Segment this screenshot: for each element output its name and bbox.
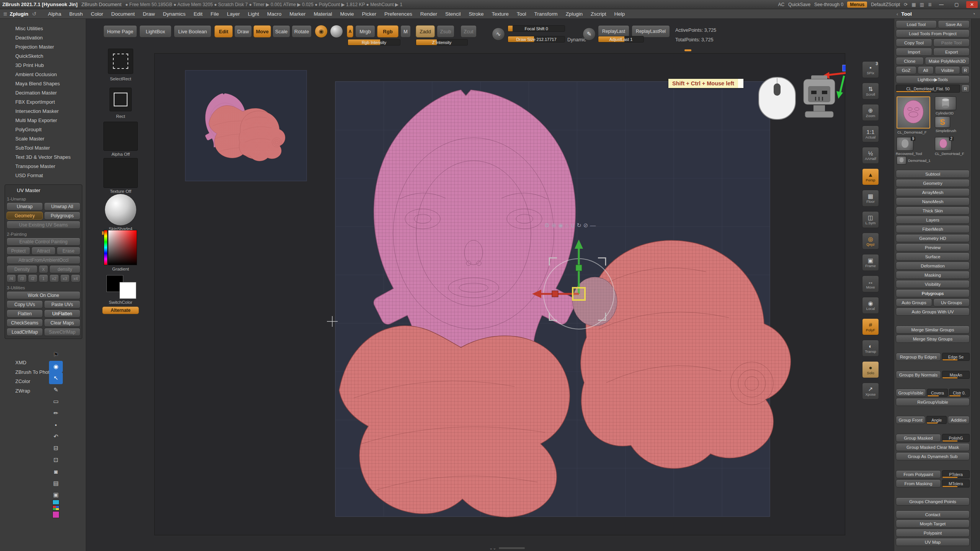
load-tool-button[interactable]: Load Tool bbox=[896, 20, 937, 28]
material-thumbnail[interactable] bbox=[105, 194, 137, 226]
clear-maps-button[interactable]: Clear Maps bbox=[44, 319, 80, 327]
zplugin-menu-item[interactable]: Ambient Occlusion bbox=[0, 70, 86, 79]
view-option-button[interactable]: ↗ Xpose bbox=[862, 383, 879, 399]
view-option-button[interactable]: ● Solo bbox=[862, 361, 879, 378]
collapse-icon[interactable]: ‹ bbox=[897, 11, 898, 17]
gizmo-option-icon[interactable]: ↻ bbox=[577, 222, 581, 229]
from-polypaint-button[interactable]: From Polypaint bbox=[896, 470, 941, 478]
gizmo-option-icon[interactable]: ⌂ bbox=[565, 222, 568, 229]
uv-groups-button[interactable]: Uv Groups bbox=[933, 298, 970, 306]
tool-section-header[interactable]: Preview bbox=[896, 243, 970, 251]
see-through-slider[interactable]: See-through 0 bbox=[814, 2, 843, 7]
menu-item[interactable]: Stroke bbox=[469, 11, 484, 17]
merge-stray-groups-button[interactable]: Merge Stray Groups bbox=[896, 335, 970, 343]
drag-grip-icon[interactable]: ≣ bbox=[3, 11, 7, 17]
protect-button[interactable]: Protect bbox=[7, 247, 30, 255]
max-angle-slider[interactable]: MaxAn bbox=[942, 371, 970, 379]
zplugin-menu-item[interactable]: USD Format bbox=[0, 171, 86, 180]
group-masked-clear-mask-button[interactable]: Group Masked Clear Mask bbox=[896, 443, 970, 451]
menu-item[interactable]: Brush bbox=[69, 11, 83, 17]
view-option-button[interactable]: ⊕ Zoom bbox=[862, 104, 879, 121]
menus-button[interactable]: Menus bbox=[847, 2, 867, 8]
cyan-swatch[interactable] bbox=[52, 500, 59, 505]
z-intensity-slider[interactable]: Z Intensity bbox=[416, 39, 468, 46]
gizmo-option-icon[interactable]: ◉ bbox=[558, 222, 563, 229]
mrgb-button[interactable]: Mrgb bbox=[355, 25, 375, 37]
lightbox-tools-button[interactable]: Lightbox▶Tools bbox=[896, 75, 970, 83]
gizmo-option-icon[interactable]: ∪ bbox=[570, 222, 575, 229]
quick-icon[interactable]: • bbox=[49, 419, 63, 431]
stroke-rect-icon[interactable] bbox=[109, 88, 132, 111]
menu-item[interactable]: Marker bbox=[289, 11, 305, 17]
close-button[interactable]: ✕ bbox=[966, 1, 978, 8]
menu-item[interactable]: Edit bbox=[194, 11, 203, 17]
rgb-intensity-slider[interactable]: Rgb Intensity bbox=[348, 39, 400, 46]
cylinder3d-thumbnail[interactable] bbox=[935, 96, 956, 110]
tool-section-header[interactable]: Contact bbox=[896, 510, 970, 518]
recovered-tool-thumbnail[interactable]: 9 bbox=[897, 137, 913, 151]
unwrap-button[interactable]: Unwrap bbox=[7, 202, 43, 210]
density-mult-button[interactable]: x3 bbox=[60, 274, 70, 282]
scale-button[interactable]: Scale bbox=[273, 25, 290, 37]
view-option-button[interactable]: ◉ Local bbox=[862, 297, 879, 314]
unflatten-button[interactable]: UnFlatten bbox=[44, 310, 80, 318]
tool-section-header[interactable]: ArrayMesh bbox=[896, 188, 970, 196]
goz-all-button[interactable]: All bbox=[918, 66, 934, 74]
quick-icon[interactable]: ↶ bbox=[49, 431, 63, 443]
view-option-button[interactable]: 1:1 Actual bbox=[862, 126, 879, 142]
quick-icon[interactable]: ◉ bbox=[49, 361, 63, 373]
groups-changed-points-button[interactable]: Groups Changed Points bbox=[896, 497, 970, 505]
menu-item[interactable]: Movie bbox=[340, 11, 354, 17]
bottom-scrollbar[interactable]: ⌄⌄ bbox=[489, 546, 525, 551]
quick-icon[interactable]: ⊟ bbox=[49, 442, 63, 454]
draw-size-slider[interactable]: Draw Size 212.17717 bbox=[508, 36, 565, 42]
view-option-button[interactable]: ◫ L.Sym bbox=[862, 211, 879, 228]
menu-item[interactable]: Light bbox=[248, 11, 259, 17]
quicksave-button[interactable]: QuickSave bbox=[788, 2, 810, 7]
scroll-chevrons-icon[interactable]: ⌄⌄ bbox=[489, 546, 496, 551]
view-option-button[interactable]: ½ AAHalf bbox=[862, 147, 879, 164]
group-front-button[interactable]: Group Front bbox=[896, 416, 925, 424]
quick-icon[interactable]: ✎ bbox=[49, 384, 63, 396]
menu-item[interactable]: Transform bbox=[534, 11, 558, 17]
polish-groups-slider[interactable]: PolishG bbox=[942, 434, 970, 442]
additive-toggle[interactable]: Additive bbox=[948, 416, 970, 424]
material-sphere-icon[interactable] bbox=[330, 25, 343, 38]
tool-section-header[interactable]: Visibility bbox=[896, 280, 970, 288]
zadd-button[interactable]: Zadd bbox=[416, 25, 435, 37]
density-mult-button[interactable]: /4 bbox=[7, 274, 16, 282]
menu-item[interactable]: Help bbox=[614, 11, 625, 17]
tool-section-header[interactable]: NanoMesh bbox=[896, 197, 970, 205]
zplugin-menu-item[interactable]: Scale Master bbox=[0, 134, 86, 143]
move-button[interactable]: Move bbox=[253, 25, 271, 37]
regroupvisible-button[interactable]: ReGroupVisible bbox=[896, 398, 970, 406]
grid-icon[interactable]: ▦ bbox=[911, 2, 916, 7]
quick-icon[interactable]: ⊡ bbox=[49, 454, 63, 466]
attract-button[interactable]: Attract bbox=[31, 247, 55, 255]
zplugin-menu-item[interactable]: XMD bbox=[0, 358, 86, 368]
erase-button[interactable]: Erase bbox=[57, 247, 80, 255]
goz-button[interactable]: GoZ bbox=[896, 66, 916, 74]
uv-master-header[interactable]: UV Master bbox=[6, 186, 81, 195]
tool-section-header[interactable]: Geometry bbox=[896, 179, 970, 187]
gizmo-toolbar[interactable]: ⚙⊕◉⌂∪↻⊘— bbox=[544, 222, 596, 229]
checkseams-button[interactable]: CheckSeams bbox=[7, 319, 43, 327]
goz-visible-button[interactable]: Visible bbox=[935, 66, 960, 74]
zplugin-menu-item[interactable]: Maya Blend Shapes bbox=[0, 79, 86, 88]
gizmo-center-handle[interactable] bbox=[573, 288, 585, 300]
zplugin-menu-item[interactable]: Projection Master bbox=[0, 42, 86, 52]
view-option-button[interactable]: ▲ Persp bbox=[862, 168, 879, 185]
quick-icon[interactable]: ↖ bbox=[49, 372, 63, 384]
import-button[interactable]: Import bbox=[896, 48, 932, 56]
demohead2-thumbnail[interactable]: 2 bbox=[935, 137, 952, 151]
alternate-button[interactable]: Alternate bbox=[102, 306, 139, 314]
save-ctrlmap-button[interactable]: SaveCtrlMap bbox=[44, 328, 80, 336]
auto-groups-button[interactable]: Auto Groups bbox=[896, 298, 932, 306]
quick-icon[interactable]: ✏ bbox=[49, 408, 63, 419]
zplugin-menu-item[interactable]: SubTool Master bbox=[0, 143, 86, 153]
quick-icon[interactable]: ▭ bbox=[49, 396, 63, 408]
default-zscript-button[interactable]: DefaultZScript bbox=[871, 2, 900, 7]
use-existing-uv-seams-toggle[interactable]: Use Existing UV Seams bbox=[7, 221, 80, 229]
multicolor-swatch[interactable] bbox=[52, 505, 59, 510]
dynamic-label[interactable]: Dynamic bbox=[567, 37, 586, 42]
